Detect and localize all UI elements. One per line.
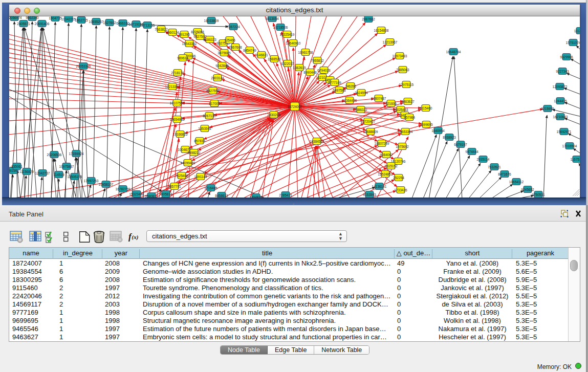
svg-text:2405571: 2405571	[17, 22, 30, 26]
svg-text:8471676: 8471676	[498, 172, 511, 176]
svg-text:857833: 857833	[194, 139, 205, 143]
svg-text:1112483: 1112483	[574, 29, 580, 33]
svg-text:7905813: 7905813	[159, 192, 172, 196]
svg-text:1244415: 1244415	[554, 99, 567, 103]
svg-text:16154808: 16154808	[374, 29, 389, 32]
svg-text:957984: 957984	[404, 116, 415, 119]
svg-text:2887682: 2887682	[362, 17, 375, 21]
svg-text:12213967: 12213967	[383, 40, 398, 44]
svg-text:19384554: 19384554	[310, 140, 324, 143]
svg-text:8990448: 8990448	[303, 71, 317, 74]
svg-text:16033809: 16033809	[204, 19, 219, 23]
svg-text:9699695: 9699695	[420, 123, 433, 126]
svg-text:1733426: 1733426	[394, 188, 407, 192]
svg-text:12975115: 12975115	[399, 83, 414, 86]
svg-text:10973493: 10973493	[393, 54, 407, 58]
svg-text:8938923: 8938923	[443, 136, 456, 139]
svg-text:9242848: 9242848	[215, 64, 229, 68]
svg-text:13325419: 13325419	[280, 33, 295, 36]
svg-text:15720407: 15720407	[361, 120, 376, 123]
svg-text:8458613: 8458613	[215, 194, 228, 198]
svg-text:9777169: 9777169	[328, 81, 341, 84]
svg-text:1527602: 1527602	[103, 21, 116, 25]
svg-text:17359924: 17359924	[69, 152, 84, 156]
svg-text:16543382: 16543382	[182, 42, 197, 46]
svg-text:7625402: 7625402	[175, 174, 188, 178]
svg-text:1588520: 1588520	[268, 57, 281, 61]
svg-text:9084067: 9084067	[380, 153, 393, 157]
svg-text:2285415: 2285415	[279, 193, 292, 197]
svg-text:15323448: 15323448	[129, 192, 144, 196]
svg-text:18640910: 18640910	[286, 41, 301, 45]
svg-text:9153593: 9153593	[363, 193, 376, 196]
svg-text:10342205: 10342205	[61, 17, 76, 21]
svg-text:835061: 835061	[11, 165, 23, 168]
svg-text:12056974: 12056974	[9, 16, 22, 19]
svg-text:7357224: 7357224	[227, 25, 240, 29]
svg-text:7986322: 7986322	[354, 108, 367, 112]
svg-text:17016504: 17016504	[562, 144, 577, 148]
svg-text:19654983: 19654983	[170, 118, 185, 121]
svg-text:16782759: 16782759	[116, 187, 130, 191]
svg-text:10655267: 10655267	[89, 20, 104, 24]
svg-text:2867608: 2867608	[229, 46, 242, 49]
svg-text:21364436: 21364436	[342, 99, 357, 102]
svg-text:114519: 114519	[53, 173, 64, 177]
svg-text:9227343: 9227343	[556, 70, 569, 73]
svg-text:10807487: 10807487	[372, 97, 386, 100]
svg-text:6794028: 6794028	[317, 69, 331, 72]
svg-text:20053346: 20053346	[76, 64, 91, 68]
svg-text:9115460: 9115460	[420, 106, 432, 110]
svg-text:8186323: 8186323	[203, 38, 216, 41]
svg-text:9463627: 9463627	[401, 100, 415, 103]
svg-text:19166825: 19166825	[173, 133, 188, 136]
svg-text:891295: 891295	[179, 33, 190, 36]
svg-text:817005: 817005	[209, 102, 220, 105]
svg-text:1691144: 1691144	[194, 175, 207, 179]
svg-text:12505155: 12505155	[68, 175, 82, 179]
svg-text:9862340: 9862340	[26, 16, 39, 19]
svg-text:14136141: 14136141	[372, 185, 387, 188]
svg-text:9580817: 9580817	[145, 194, 158, 198]
svg-text:3498222: 3498222	[187, 151, 201, 155]
svg-text:10975887: 10975887	[59, 165, 74, 168]
svg-text:3875685: 3875685	[217, 51, 231, 55]
svg-text:7955812: 7955812	[311, 59, 324, 62]
svg-text:13524851: 13524851	[378, 172, 393, 176]
svg-text:6497568: 6497568	[333, 89, 346, 92]
svg-text:10688609: 10688609	[363, 130, 378, 134]
svg-text:1862715: 1862715	[75, 18, 88, 22]
svg-text:1640954: 1640954	[431, 129, 445, 133]
svg-text:1615152: 1615152	[384, 164, 398, 168]
svg-text:10958107: 10958107	[99, 183, 114, 186]
svg-text:7485063: 7485063	[396, 68, 409, 72]
svg-text:8215955: 8215955	[541, 107, 554, 111]
svg-text:6322037: 6322037	[281, 62, 294, 65]
svg-text:8960124: 8960124	[166, 31, 179, 34]
svg-text:8454749: 8454749	[243, 49, 256, 52]
svg-text:2830203: 2830203	[267, 113, 280, 117]
svg-text:16210643: 16210643	[553, 115, 568, 119]
svg-text:19218506: 19218506	[273, 26, 288, 29]
svg-text:10107553: 10107553	[170, 101, 185, 105]
svg-text:3267130: 3267130	[203, 114, 216, 118]
svg-text:2718176: 2718176	[171, 71, 184, 75]
svg-text:9750531: 9750531	[532, 193, 545, 196]
svg-text:746266: 746266	[345, 84, 356, 88]
svg-text:1362615: 1362615	[293, 66, 306, 70]
svg-text:2935114: 2935114	[477, 158, 490, 161]
svg-text:16961758: 16961758	[298, 51, 313, 54]
svg-text:252254: 252254	[393, 176, 404, 180]
svg-text:1204875: 1204875	[249, 195, 263, 198]
svg-text:9329966: 9329966	[560, 55, 573, 59]
svg-text:16648784: 16648784	[446, 50, 461, 54]
svg-text:10025453: 10025453	[394, 108, 408, 112]
svg-text:7632621: 7632621	[488, 165, 501, 169]
svg-text:989614: 989614	[177, 56, 188, 60]
svg-text:1353594: 1353594	[198, 127, 211, 130]
svg-text:1167533: 1167533	[571, 158, 580, 161]
svg-text:(x): (x)	[132, 234, 139, 240]
svg-text:17957253: 17957253	[84, 179, 99, 183]
svg-text:3624554: 3624554	[355, 91, 368, 95]
svg-text:18807249: 18807249	[375, 142, 389, 145]
